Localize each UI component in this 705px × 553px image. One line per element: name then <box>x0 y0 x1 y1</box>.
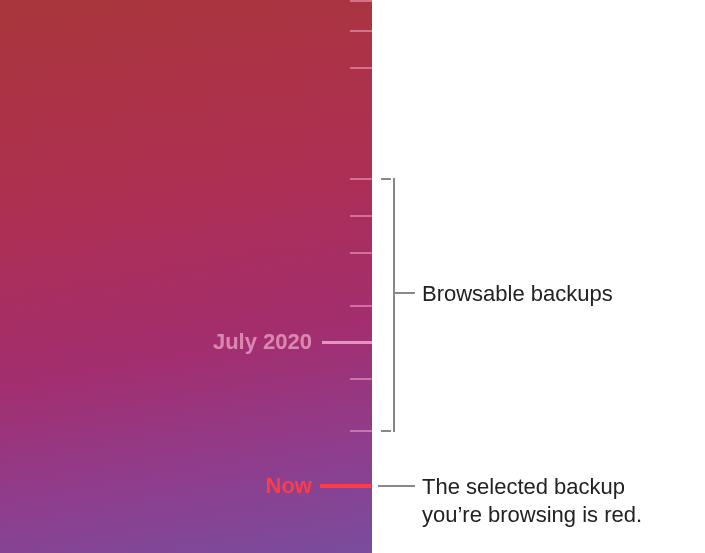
timeline-now-label: Now <box>266 473 312 499</box>
timeline-date-label: July 2020 <box>213 329 312 355</box>
timeline-tick[interactable] <box>350 215 372 217</box>
callout-selected-line1: The selected backup <box>422 474 625 499</box>
timeline-tick-major[interactable] <box>322 341 372 344</box>
callout-selected: The selected backup you’re browsing is r… <box>422 473 692 528</box>
diagram-stage: July 2020 Now Browsable backups The sele… <box>0 0 705 553</box>
timeline-tick[interactable] <box>350 430 372 432</box>
timeline-panel: July 2020 Now <box>0 0 372 553</box>
leader-selected <box>378 485 415 487</box>
timeline-tick[interactable] <box>350 178 372 180</box>
bracket-browsable <box>381 178 395 432</box>
timeline-tick[interactable] <box>350 30 372 32</box>
timeline-tick[interactable] <box>350 378 372 380</box>
timeline-tick[interactable] <box>350 67 372 69</box>
callout-selected-line2: you’re browsing is red. <box>422 502 642 527</box>
callout-browsable: Browsable backups <box>422 280 613 308</box>
timeline-tick[interactable] <box>350 0 372 2</box>
timeline-tick[interactable] <box>350 305 372 307</box>
timeline-tick[interactable] <box>350 252 372 254</box>
leader-browsable <box>393 292 415 294</box>
timeline-tick-selected[interactable] <box>320 484 372 488</box>
